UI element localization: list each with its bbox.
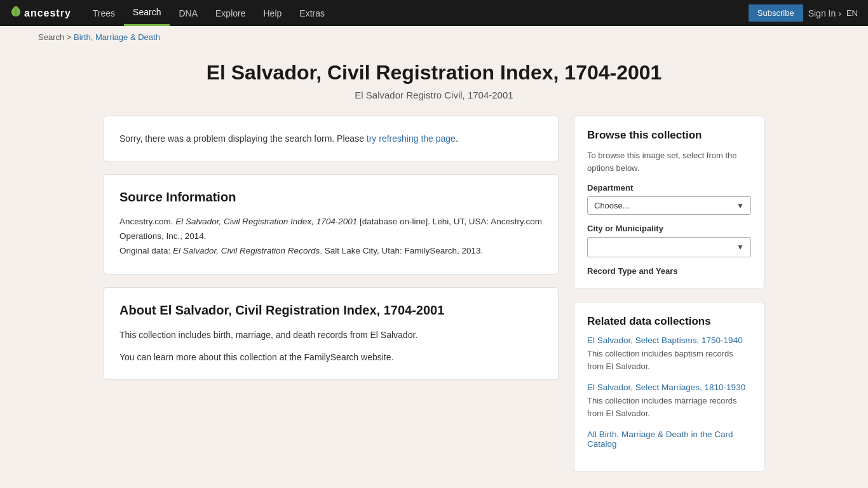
two-col-layout: Sorry, there was a problem displaying th… (104, 116, 764, 485)
related-desc-1: This collection includes marriage record… (587, 395, 751, 419)
familysearch-link[interactable]: FamilySearch (304, 352, 359, 362)
chevron-down-icon: ▼ (736, 201, 744, 210)
about-para2-before: You can learn more about this collection… (119, 352, 304, 362)
about-para2: You can learn more about this collection… (119, 350, 543, 364)
refresh-link[interactable]: try refreshing the page (367, 133, 456, 144)
nav-extras[interactable]: Extras (290, 0, 334, 26)
breadcrumb-link[interactable]: Birth, Marriage & Death (74, 32, 160, 42)
nav-trees[interactable]: Trees (84, 0, 124, 26)
related-link-1[interactable]: El Salvador, Select Marriages, 1810-1930 (587, 383, 751, 392)
browse-heading: Browse this collection (587, 129, 751, 142)
main-container: El Salvador, Civil Registration Index, 1… (65, 48, 803, 488)
chevron-down-icon-city: ▼ (736, 243, 744, 252)
chevron-right-icon: › (838, 8, 841, 18)
error-message-before: Sorry, there was a problem displaying th… (119, 133, 367, 144)
main-column: Sorry, there was a problem displaying th… (104, 116, 559, 393)
source-heading: Source Information (119, 190, 543, 205)
source-text3: Original data: (119, 246, 173, 255)
source-text4: . Salt Lake City, Utah: FamilySearch, 20… (320, 246, 483, 255)
record-type-label: Record Type and Years (587, 266, 751, 276)
nav-search[interactable]: Search (124, 0, 170, 26)
language-button[interactable]: EN (846, 8, 858, 18)
browse-intro: To browse this image set, select from th… (587, 149, 751, 174)
related-item-2: All Birth, Marriage & Death in the Card … (587, 430, 751, 449)
city-label: City or Municipality (587, 224, 751, 233)
logo-text: ancestry (24, 8, 71, 19)
related-item-0: El Salvador, Select Baptisms, 1750-1940 … (587, 336, 751, 372)
nav-dna[interactable]: DNA (170, 0, 207, 26)
signin-label: Sign In (808, 8, 836, 18)
breadcrumb-separator: > (67, 32, 74, 42)
nav-help[interactable]: Help (255, 0, 291, 26)
city-select-wrap[interactable]: ▼ (587, 237, 751, 257)
nav-right: Subscribe Sign In › EN (749, 4, 858, 22)
breadcrumb-search: Search (38, 32, 64, 42)
page-title: El Salvador, Civil Registration Index, 1… (104, 61, 764, 85)
breadcrumb: Search > Birth, Marriage & Death (0, 26, 868, 48)
page-subtitle: El Salvador Registro Civil, 1704-2001 (104, 90, 764, 100)
source-text: Ancestry.com. El Salvador, Civil Registr… (119, 215, 543, 259)
error-card: Sorry, there was a problem displaying th… (104, 116, 559, 161)
source-text1: Ancestry.com. (119, 217, 175, 226)
nav-explore[interactable]: Explore (207, 0, 254, 26)
related-desc-0: This collection includes baptism records… (587, 348, 751, 372)
subscribe-button[interactable]: Subscribe (749, 4, 803, 22)
logo-leaf-icon (10, 5, 22, 21)
related-item-1: El Salvador, Select Marriages, 1810-1930… (587, 383, 751, 419)
logo[interactable]: ancestry (10, 5, 71, 21)
browse-card: Browse this collection To browse this im… (574, 116, 764, 289)
signin-button[interactable]: Sign In › (808, 8, 841, 18)
about-para1: This collection includes birth, marriage… (119, 328, 543, 342)
navbar: ancestry Trees Search DNA Explore Help E… (0, 0, 868, 26)
source-card: Source Information Ancestry.com. El Salv… (104, 174, 559, 274)
department-select[interactable]: Choose... (594, 201, 736, 210)
related-link-0[interactable]: El Salvador, Select Baptisms, 1750-1940 (587, 336, 751, 345)
error-message-after: . (456, 133, 458, 144)
department-select-wrap[interactable]: Choose... ▼ (587, 196, 751, 215)
title-section: El Salvador, Civil Registration Index, 1… (104, 48, 764, 116)
sidebar: Browse this collection To browse this im… (574, 116, 764, 485)
related-card: Related data collections El Salvador, Se… (574, 302, 764, 472)
about-heading: About El Salvador, Civil Registration In… (119, 303, 543, 318)
source-italic2: El Salvador, Civil Registration Records (173, 246, 320, 255)
related-heading: Related data collections (587, 315, 751, 328)
about-para2-after: website. (358, 352, 393, 362)
related-link-2[interactable]: All Birth, Marriage & Death in the Card … (587, 430, 751, 449)
department-label: Department (587, 183, 751, 193)
about-card: About El Salvador, Civil Registration In… (104, 287, 559, 380)
source-italic1: El Salvador, Civil Registration Index, 1… (175, 217, 357, 226)
nav-links: Trees Search DNA Explore Help Extras (84, 0, 749, 26)
